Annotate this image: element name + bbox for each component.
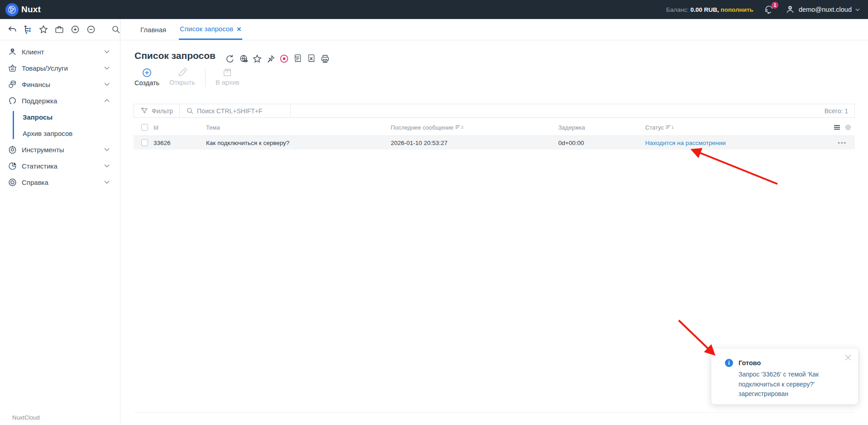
tab-home-label: Главная xyxy=(140,26,166,34)
filter-button[interactable]: Фильтр xyxy=(134,104,179,117)
excel-export-icon[interactable] xyxy=(306,53,317,64)
table-settings-gear-icon[interactable] xyxy=(845,124,851,130)
pie-chart-icon xyxy=(8,161,17,171)
command-divider xyxy=(205,69,206,87)
sort-order: 1 xyxy=(671,125,674,130)
cell-subject: Как подключиться к серверу? xyxy=(206,140,289,146)
person-icon xyxy=(8,47,17,57)
globe-link-icon[interactable] xyxy=(238,53,249,64)
sidebar-subitem-label: Архив запросов xyxy=(23,130,72,137)
sidebar-item-client[interactable]: Клиент xyxy=(0,43,120,60)
favorites-star-icon[interactable] xyxy=(38,24,48,34)
open-button[interactable]: Открыть xyxy=(169,68,195,86)
app-version-label: NuxtCloud xyxy=(12,414,40,421)
filter-bar: Фильтр Поиск CTRL+SHIFT+F Всего: 1 xyxy=(134,104,855,118)
tab-request-list-label: Список запросов xyxy=(180,25,233,33)
row-actions-button[interactable]: ••• xyxy=(838,140,847,146)
row-checkbox[interactable] xyxy=(141,140,148,146)
sidebar-item-label: Справка xyxy=(22,179,48,186)
toast-notification: i Готово Запрос '33626' с темой 'Как под… xyxy=(711,348,858,405)
refresh-icon[interactable] xyxy=(225,53,235,64)
list-menu-icon[interactable] xyxy=(834,125,840,130)
sidebar-item-tools[interactable]: Инструменты xyxy=(0,141,120,158)
coins-icon xyxy=(8,80,17,89)
column-subject[interactable]: Тема xyxy=(206,124,220,131)
column-status[interactable]: Статус1 xyxy=(645,124,674,131)
archive-box-icon xyxy=(222,68,232,77)
sort-icon xyxy=(455,125,460,130)
sidebar-item-finance[interactable]: Финансы xyxy=(0,76,120,92)
sort-order: 2 xyxy=(461,125,463,130)
table-header: Id Тема Последнее сообщение2 Задержка Ст… xyxy=(134,119,855,136)
briefcase-icon[interactable] xyxy=(54,24,64,34)
info-icon: i xyxy=(725,359,733,367)
zoom-in-icon[interactable] xyxy=(70,24,80,34)
notification-badge: 1 xyxy=(772,2,778,9)
total-count: Всего: 1 xyxy=(825,107,854,115)
cell-status-link[interactable]: Находится на рассмотрении xyxy=(645,140,726,146)
topup-link[interactable]: пополнить xyxy=(721,6,753,13)
column-last-message-label: Последнее сообщение xyxy=(391,124,453,131)
funnel-icon xyxy=(140,107,149,115)
print-icon[interactable] xyxy=(320,53,330,64)
table-row[interactable]: 33626 Как подключиться к серверу? 2026-0… xyxy=(134,136,855,150)
star-icon[interactable] xyxy=(252,53,262,64)
nuxt-logo-icon xyxy=(5,3,19,16)
select-all-checkbox[interactable] xyxy=(141,124,148,131)
column-delay[interactable]: Задержка xyxy=(558,124,585,131)
pin-icon[interactable] xyxy=(265,53,276,64)
topbar: Nuxt Баланс: 0.00 RUB, пополнить 1 demo@… xyxy=(0,0,868,19)
search-icon[interactable] xyxy=(111,24,121,34)
sidebar-item-label: Товары/Услуги xyxy=(22,64,68,72)
sidebar-item-request-archive[interactable]: Архив запросов xyxy=(0,125,120,141)
command-bar: Создать Открыть В архив xyxy=(134,68,240,87)
balance-label: Баланс: xyxy=(666,6,689,13)
create-button-label: Создать xyxy=(134,79,159,87)
brand-name: Nuxt xyxy=(21,5,41,14)
sidebar: Клиент Товары/Услуги Финансы Поддержка xyxy=(0,40,120,425)
toolbar-row: Главная Список запросов ✕ xyxy=(0,19,868,40)
column-last-message[interactable]: Последнее сообщение2 xyxy=(391,124,463,131)
title-toolbar xyxy=(225,53,330,64)
sidebar-item-help[interactable]: Справка xyxy=(0,174,120,190)
sidebar-item-products[interactable]: Товары/Услуги xyxy=(0,60,120,76)
chevron-down-icon xyxy=(104,148,110,151)
close-icon[interactable] xyxy=(844,354,852,361)
requisition-doc-icon[interactable] xyxy=(293,53,303,64)
toast-title: Готово xyxy=(739,359,761,367)
sidebar-item-label: Клиент xyxy=(22,48,44,56)
search-field[interactable]: Поиск CTRL+SHIFT+F xyxy=(180,104,290,117)
create-button[interactable]: Создать xyxy=(134,68,159,87)
tree-structure-icon[interactable] xyxy=(23,24,33,34)
sidebar-item-label: Поддержка xyxy=(22,97,57,105)
back-button[interactable] xyxy=(7,24,17,34)
sidebar-item-label: Инструменты xyxy=(22,146,64,154)
zoom-out-icon[interactable] xyxy=(86,24,96,34)
brand: Nuxt xyxy=(5,3,41,16)
chevron-down-icon xyxy=(855,8,860,11)
tab-bar: Главная Список запросов ✕ xyxy=(120,19,242,40)
sidebar-item-support[interactable]: Поддержка xyxy=(0,92,120,109)
sidebar-item-label: Статистика xyxy=(22,162,58,170)
tab-request-list[interactable]: Список запросов ✕ xyxy=(179,19,242,40)
page-title: Список запросов xyxy=(134,50,216,61)
quick-toolbar xyxy=(0,19,120,40)
user-email: demo@nuxt.cloud xyxy=(799,6,852,13)
user-menu[interactable]: demo@nuxt.cloud xyxy=(785,5,860,14)
toast-message: Запрос '33626' с темой 'Как подключиться… xyxy=(739,370,837,399)
filter-divider xyxy=(290,104,291,117)
tab-home[interactable]: Главная xyxy=(139,19,167,40)
archive-button[interactable]: В архив xyxy=(216,68,240,86)
sidebar-item-requests[interactable]: Запросы xyxy=(0,109,120,125)
sidebar-item-label: Финансы xyxy=(22,81,50,88)
filter-label: Фильтр xyxy=(152,107,173,115)
gear-icon xyxy=(8,145,17,155)
tab-close-icon[interactable]: ✕ xyxy=(236,26,241,33)
chevron-up-icon xyxy=(104,99,110,102)
notifications-button[interactable]: 1 xyxy=(763,4,775,15)
help-icon xyxy=(8,178,17,187)
sidebar-item-statistics[interactable]: Статистика xyxy=(0,158,120,174)
column-id[interactable]: Id xyxy=(153,124,158,131)
record-icon[interactable] xyxy=(279,53,289,64)
chevron-down-icon xyxy=(104,180,110,184)
